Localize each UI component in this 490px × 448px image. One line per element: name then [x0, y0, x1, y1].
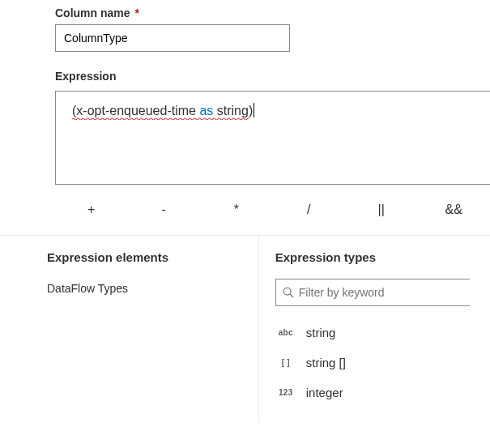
expr-close-paren: ) — [249, 104, 253, 117]
type-prefix-abc: abc — [277, 328, 295, 337]
operator-divide[interactable]: / — [273, 194, 346, 225]
element-dataflow-types[interactable]: DataFlow Types — [47, 279, 249, 298]
expr-type: string — [217, 104, 249, 117]
filter-box[interactable] — [275, 279, 470, 306]
required-asterisk: * — [134, 6, 138, 19]
operator-or[interactable]: || — [345, 194, 418, 225]
operator-toolbar: + - * / || && — [55, 194, 490, 225]
expression-types-title: Expression types — [275, 250, 490, 264]
svg-point-0 — [283, 288, 291, 295]
type-item-string[interactable]: abc string — [275, 318, 490, 348]
svg-line-1 — [290, 294, 293, 297]
filter-input[interactable] — [294, 285, 463, 300]
type-label-integer: integer — [306, 386, 343, 399]
type-prefix-123: 123 — [277, 388, 295, 397]
expression-elements-title: Expression elements — [47, 250, 249, 264]
type-item-string-array[interactable]: [ ] string [] — [275, 348, 490, 378]
operator-multiply[interactable]: * — [200, 194, 273, 225]
expression-editor[interactable]: (x-opt-enqueued-time as string ) — [55, 91, 490, 185]
type-item-integer[interactable]: 123 integer — [275, 378, 490, 407]
type-prefix-brackets: [ ] — [277, 358, 295, 367]
search-icon — [283, 287, 294, 298]
type-label-string: string — [306, 326, 336, 339]
operator-and[interactable]: && — [418, 194, 491, 225]
operator-minus[interactable]: - — [128, 194, 201, 225]
text-caret — [254, 103, 254, 117]
type-label-string-array: string [] — [306, 356, 346, 369]
expression-label: Expression — [55, 70, 490, 83]
column-name-label: Column name * — [55, 6, 490, 19]
operator-plus[interactable]: + — [55, 194, 128, 225]
column-name-input[interactable] — [55, 24, 290, 52]
expr-as-keyword: as — [199, 104, 213, 117]
column-name-label-text: Column name — [55, 6, 130, 19]
expr-identifier: x-opt-enqueued-time — [76, 104, 196, 117]
